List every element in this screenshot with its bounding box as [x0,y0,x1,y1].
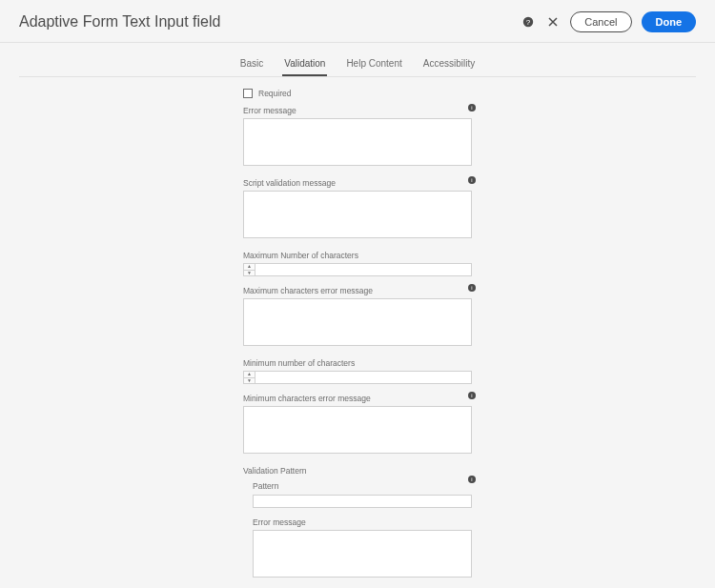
pattern-subsection: Pattern Error message [243,481,472,580]
max-chars-row: Maximum Number of characters ▲ ▼ [243,251,472,276]
pattern-input[interactable] [253,495,472,508]
script-validation-input[interactable] [243,191,472,238]
min-chars-row: Minimum number of characters ▲ ▼ [243,358,472,384]
min-chars-label: Minimum number of characters [243,358,472,368]
info-icon[interactable]: i [468,284,476,292]
validation-pattern-label: Validation Pattern [243,466,306,476]
tab-bar: Basic Validation Help Content Accessibil… [19,43,696,77]
info-icon[interactable]: i [468,104,476,112]
min-chars-error-row: Minimum characters error message i [243,394,472,456]
min-chars-error-input[interactable] [243,406,472,454]
script-validation-row: Script validation message i [243,178,472,241]
pattern-error-label: Error message [253,517,472,527]
info-icon[interactable]: i [468,392,476,399]
cancel-button[interactable]: Cancel [570,11,631,32]
stepper-down-icon[interactable]: ▼ [244,378,255,384]
max-chars-error-label: Maximum characters error message [243,286,472,295]
min-chars-stepper: ▲ ▼ [243,371,255,384]
max-chars-label: Maximum Number of characters [243,251,472,260]
info-icon[interactable]: i [468,176,476,184]
error-message-label: Error message [243,106,472,115]
required-label: Required [258,89,292,98]
done-button[interactable]: Done [642,11,697,32]
required-row: Required [243,89,472,98]
min-chars-error-label: Minimum characters error message [243,394,472,403]
pattern-error-input[interactable] [253,530,472,578]
dialog-title: Adaptive Form Text Input field [19,13,220,30]
max-chars-stepper: ▲ ▼ [243,263,255,276]
close-icon[interactable] [545,14,561,30]
max-chars-input[interactable] [255,263,472,276]
header-actions: ? Cancel Done [521,11,696,32]
pattern-label: Pattern [253,481,472,491]
svg-text:?: ? [526,18,531,27]
help-icon[interactable]: ? [521,14,536,30]
script-validation-label: Script validation message [243,178,472,188]
dialog-header: Adaptive Form Text Input field ? Cancel … [0,0,715,43]
tab-help-content[interactable]: Help Content [344,52,403,76]
error-message-row: Error message i [243,106,472,169]
tab-basic[interactable]: Basic [238,52,265,76]
validation-pattern-section: Validation Pattern i [243,466,472,476]
stepper-down-icon[interactable]: ▼ [244,271,255,276]
pattern-error-row: Error message [253,517,472,580]
validation-panel: Required Error message i Script validati… [243,77,472,588]
max-chars-error-input[interactable] [243,298,472,346]
pattern-row: Pattern [253,481,472,508]
error-message-input[interactable] [243,118,472,166]
required-checkbox[interactable] [243,89,253,98]
tab-validation[interactable]: Validation [282,52,327,76]
tab-accessibility[interactable]: Accessibility [421,52,477,76]
max-chars-error-row: Maximum characters error message i [243,286,472,349]
min-chars-input[interactable] [255,371,472,384]
